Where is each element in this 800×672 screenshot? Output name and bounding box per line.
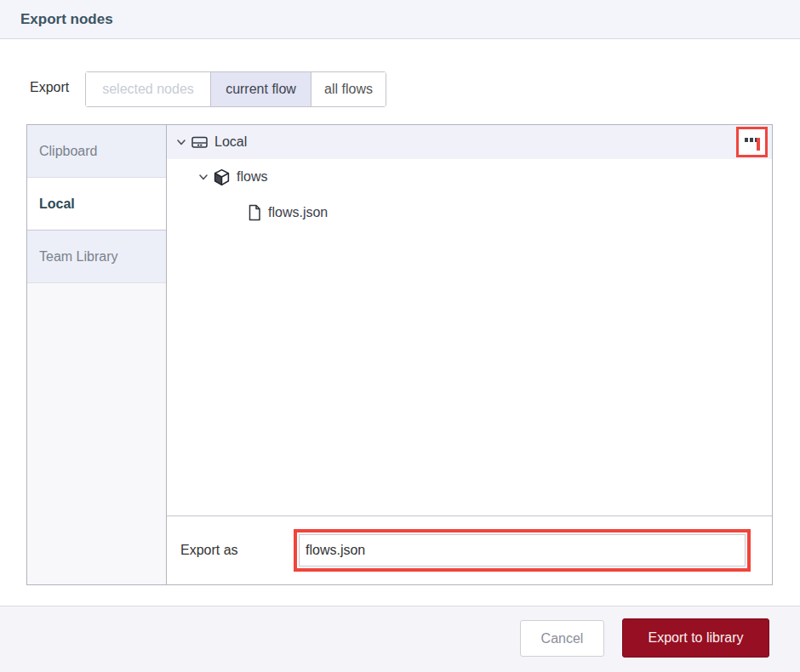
- scope-current-flow-button[interactable]: current flow: [210, 72, 311, 106]
- tree-root-row[interactable]: Local: [167, 125, 772, 159]
- sidebar-tab-label: Local: [39, 196, 75, 212]
- library-tree: Local flows: [167, 125, 772, 584]
- file-icon: [247, 204, 262, 221]
- export-nodes-dialog: Export nodes Export selected nodes curre…: [0, 0, 800, 672]
- cube-icon: [213, 168, 231, 186]
- filename-input[interactable]: [299, 534, 746, 567]
- dialog-footer: Cancel Export to library: [0, 606, 800, 672]
- chevron-down-icon[interactable]: [198, 172, 209, 182]
- export-as-section: Export as: [167, 515, 772, 584]
- sidebar-tab-label: Team Library: [39, 249, 117, 265]
- hard-drive-icon: [191, 134, 209, 151]
- cancel-button[interactable]: Cancel: [520, 620, 604, 657]
- tree-file-row[interactable]: flows.json: [167, 195, 772, 231]
- export-to-library-button[interactable]: Export to library: [622, 618, 769, 658]
- dialog-title: Export nodes: [20, 11, 113, 28]
- dialog-header: Export nodes: [0, 0, 800, 39]
- sidebar-tab-label: Clipboard: [39, 144, 97, 159]
- library-panel: Clipboard Local Team Library: [26, 124, 773, 585]
- scope-all-flows-button[interactable]: all flows: [311, 72, 386, 106]
- export-as-label: Export as: [180, 543, 238, 558]
- highlight-caret: [757, 138, 760, 151]
- tree-root-label: Local: [214, 134, 247, 150]
- filename-highlight-box: [294, 529, 751, 572]
- export-scope-button-group: selected nodes current flow all flows: [85, 71, 386, 107]
- sidebar-tab-clipboard[interactable]: Clipboard: [27, 125, 166, 178]
- tree-file-label: flows.json: [268, 205, 328, 220]
- library-sidebar: Clipboard Local Team Library: [27, 125, 167, 584]
- sidebar-tab-team-library[interactable]: Team Library: [27, 231, 166, 283]
- library-menu-button[interactable]: [736, 127, 768, 157]
- sidebar-filler: [27, 283, 166, 584]
- tree-folder-row[interactable]: flows: [167, 159, 772, 195]
- sidebar-tab-local[interactable]: Local: [27, 178, 166, 231]
- export-scope-label: Export: [30, 80, 69, 95]
- chevron-down-icon[interactable]: [176, 137, 186, 147]
- tree-folder-label: flows: [237, 169, 267, 185]
- scope-selected-nodes-button[interactable]: selected nodes: [86, 72, 210, 106]
